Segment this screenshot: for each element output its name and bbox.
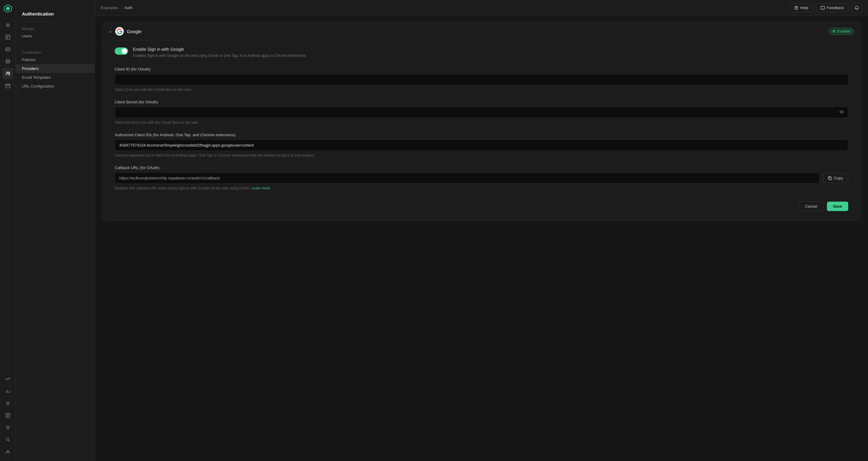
eye-icon — [839, 110, 844, 114]
settings-icon[interactable] — [2, 422, 13, 433]
client-id-input[interactable] — [115, 74, 848, 85]
global-topbar: Examples / Auth Help Feedback — [95, 0, 868, 16]
toggle-label: Enable Sign in with Google — [133, 47, 307, 52]
svg-point-7 — [6, 60, 10, 61]
database-icon[interactable] — [2, 56, 13, 67]
breadcrumb-examples[interactable]: Examples — [101, 5, 118, 10]
check-icon — [833, 30, 835, 33]
sidebar-item-providers[interactable]: Providers — [16, 64, 95, 73]
google-signin-toggle[interactable] — [115, 48, 128, 55]
svg-point-9 — [8, 72, 9, 73]
help-icon — [794, 6, 798, 10]
report-icon[interactable] — [2, 410, 13, 421]
table-icon[interactable] — [2, 32, 13, 42]
feedback-icon — [820, 6, 825, 10]
google-logo-icon — [115, 27, 124, 36]
client-id-help: Client ID to use with the OAuth flow on … — [115, 87, 848, 92]
save-button[interactable]: Save — [827, 202, 848, 211]
sidebar-header: Authentication — [16, 6, 95, 22]
provider-header[interactable]: ▲ Google — [102, 22, 860, 40]
copy-icon — [828, 176, 832, 180]
enabled-label: Enabled — [837, 29, 850, 33]
callback-url-label: Callback URL (for OAuth) — [115, 165, 848, 170]
home-icon[interactable]: ⊞ — [2, 20, 13, 30]
action-row: Cancel Save — [115, 198, 848, 211]
analytics-icon[interactable] — [2, 386, 13, 397]
profile-icon[interactable] — [2, 447, 13, 457]
notifications-button[interactable] — [851, 3, 862, 13]
svg-point-34 — [841, 111, 842, 113]
sidebar-item-policies[interactable]: Policies — [16, 55, 95, 64]
breadcrumb-separator: / — [121, 5, 122, 10]
svg-point-33 — [840, 111, 843, 113]
content-area: ▲ Google — [95, 16, 868, 461]
toggle-secret-visibility-button[interactable] — [838, 108, 845, 117]
client-secret-group: Client Secret (for OAuth) Client Secret … — [115, 100, 848, 125]
client-id-label: Client ID (for OAuth) — [115, 67, 848, 71]
cancel-button[interactable]: Cancel — [799, 201, 824, 211]
list-icon[interactable] — [2, 398, 13, 409]
users-icon[interactable] — [2, 68, 13, 79]
app-logo[interactable] — [3, 4, 13, 13]
callback-url-row: https://wcflusxqhzteknrrihfp.supabase.co… — [115, 173, 848, 184]
icon-rail: ⊞ — [0, 0, 16, 461]
svg-line-28 — [8, 440, 10, 441]
svg-point-27 — [6, 438, 9, 441]
provider-name: Google — [127, 29, 142, 34]
svg-rect-35 — [829, 177, 832, 180]
manage-section-label: Manage — [16, 24, 95, 32]
toggle-row: Enable Sign in with Google Enables Sign … — [115, 47, 848, 58]
client-secret-help: Client Secret to use with the OAuth flow… — [115, 120, 848, 125]
bell-icon — [855, 6, 859, 10]
callback-url-display: https://wcflusxqhzteknrrihfp.supabase.co… — [115, 173, 819, 184]
svg-rect-10 — [6, 84, 10, 88]
sidebar-item-url-configuration[interactable]: URL Configuration — [16, 82, 95, 91]
client-secret-label: Client Secret (for OAuth) — [115, 100, 848, 104]
code-icon[interactable] — [2, 373, 13, 385]
svg-point-31 — [796, 9, 797, 9]
inbox-icon[interactable] — [2, 44, 13, 55]
enabled-badge: Enabled — [829, 28, 854, 35]
svg-line-14 — [7, 377, 8, 380]
enabled-dot — [833, 30, 835, 33]
help-button[interactable]: Help — [789, 3, 813, 12]
page-title: Authentication — [22, 11, 54, 17]
sidebar: Authentication Manage Users Configuratio… — [16, 0, 95, 461]
callback-url-group: Callback URL (for OAuth) https://wcflusx… — [115, 165, 848, 191]
callback-url-help: Register this callback URL when using Si… — [115, 185, 848, 191]
breadcrumb: Examples / Auth — [101, 5, 789, 10]
authorized-ids-label: Authorized Client IDs (for Android, One … — [115, 132, 848, 137]
svg-point-26 — [7, 427, 8, 428]
toggle-desc: Enables Sign in with Google on the web u… — [133, 53, 307, 58]
provider-body: Enable Sign in with Google Enables Sign … — [102, 40, 860, 220]
copy-button[interactable]: Copy — [823, 173, 848, 183]
authorized-ids-input[interactable] — [115, 140, 848, 151]
client-secret-wrapper — [115, 107, 848, 118]
authorized-ids-group: Authorized Client IDs (for Android, One … — [115, 132, 848, 158]
breadcrumb-auth: Auth — [124, 5, 133, 10]
client-id-group: Client ID (for OAuth) Client ID to use w… — [115, 67, 848, 92]
configuration-section-label: Configuration — [16, 48, 95, 55]
client-secret-input[interactable] — [115, 107, 848, 118]
authorized-ids-help: Comma separated list of client IDs of An… — [115, 153, 848, 158]
provider-header-left: ▲ Google — [108, 27, 825, 36]
chevron-up-icon: ▲ — [108, 29, 112, 33]
toggle-label-group: Enable Sign in with Google Enables Sign … — [133, 47, 307, 58]
svg-rect-3 — [6, 35, 10, 39]
learn-more-link[interactable]: Learn more — [251, 186, 270, 190]
provider-card-google: ▲ Google — [102, 22, 861, 221]
sidebar-item-users[interactable]: Users — [16, 32, 95, 40]
calendar-icon[interactable] — [2, 80, 13, 91]
feedback-button[interactable]: Feedback — [816, 3, 848, 12]
sidebar-item-email-templates[interactable]: Email Templates — [16, 73, 95, 82]
main-wrapper: Examples / Auth Help Feedback — [95, 0, 868, 461]
topbar-actions: Help Feedback — [789, 3, 862, 13]
search-icon[interactable] — [2, 434, 13, 445]
